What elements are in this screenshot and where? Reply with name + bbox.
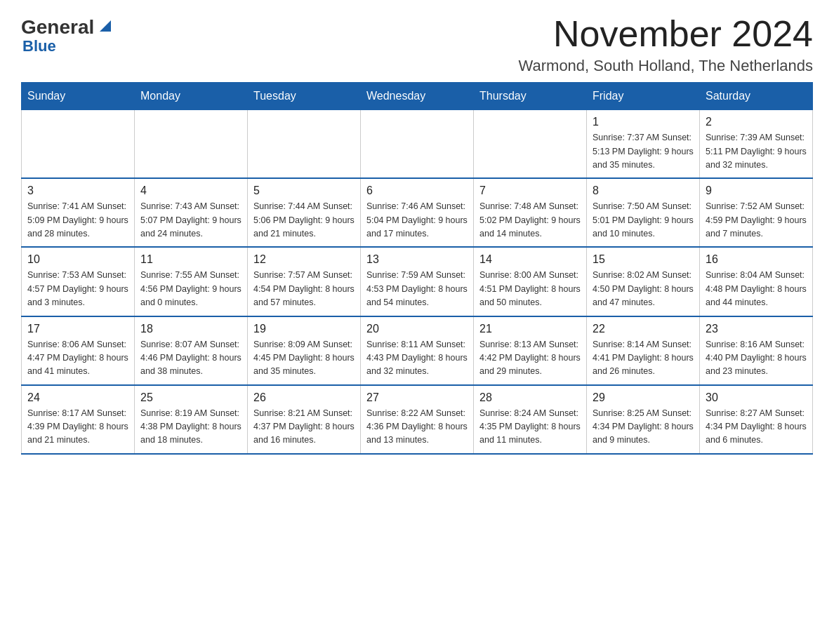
day-number: 1 <box>593 116 694 128</box>
day-number: 27 <box>366 391 468 404</box>
calendar-cell: 5Sunrise: 7:44 AM Sunset: 5:06 PM Daylig… <box>248 178 361 247</box>
calendar-cell: 28Sunrise: 8:24 AM Sunset: 4:35 PM Dayli… <box>474 385 587 454</box>
day-number: 21 <box>479 323 581 335</box>
day-info: Sunrise: 8:16 AM Sunset: 4:40 PM Dayligh… <box>706 338 807 379</box>
day-info: Sunrise: 8:27 AM Sunset: 4:34 PM Dayligh… <box>706 407 807 448</box>
day-number: 12 <box>253 253 355 266</box>
calendar-cell: 27Sunrise: 8:22 AM Sunset: 4:36 PM Dayli… <box>361 385 474 454</box>
day-number: 17 <box>27 323 128 335</box>
day-number: 22 <box>593 323 694 335</box>
calendar-cell: 1Sunrise: 7:37 AM Sunset: 5:13 PM Daylig… <box>587 110 700 179</box>
day-number: 4 <box>140 185 241 197</box>
day-number: 15 <box>593 253 694 266</box>
day-number: 25 <box>140 391 241 404</box>
calendar-cell: 13Sunrise: 7:59 AM Sunset: 4:53 PM Dayli… <box>361 247 474 316</box>
calendar-cell <box>22 110 135 179</box>
calendar-cell: 12Sunrise: 7:57 AM Sunset: 4:54 PM Dayli… <box>248 247 361 316</box>
day-info: Sunrise: 8:24 AM Sunset: 4:35 PM Dayligh… <box>479 407 581 448</box>
calendar-cell: 6Sunrise: 7:46 AM Sunset: 5:04 PM Daylig… <box>361 178 474 247</box>
day-number: 16 <box>706 253 807 266</box>
day-number: 2 <box>706 116 807 128</box>
day-number: 30 <box>706 391 807 404</box>
day-info: Sunrise: 8:22 AM Sunset: 4:36 PM Dayligh… <box>366 407 468 448</box>
day-info: Sunrise: 7:37 AM Sunset: 5:13 PM Dayligh… <box>593 131 694 172</box>
day-number: 18 <box>140 323 241 335</box>
day-info: Sunrise: 8:14 AM Sunset: 4:41 PM Dayligh… <box>593 338 694 379</box>
day-info: Sunrise: 7:46 AM Sunset: 5:04 PM Dayligh… <box>366 200 468 241</box>
day-number: 7 <box>479 185 581 197</box>
calendar-week-3: 10Sunrise: 7:53 AM Sunset: 4:57 PM Dayli… <box>22 247 813 316</box>
calendar-cell: 15Sunrise: 8:02 AM Sunset: 4:50 PM Dayli… <box>587 247 700 316</box>
day-info: Sunrise: 7:43 AM Sunset: 5:07 PM Dayligh… <box>140 200 241 241</box>
day-number: 3 <box>27 185 128 197</box>
month-title: November 2024 <box>519 14 813 54</box>
day-info: Sunrise: 8:13 AM Sunset: 4:42 PM Dayligh… <box>479 338 581 379</box>
day-info: Sunrise: 7:52 AM Sunset: 4:59 PM Dayligh… <box>706 200 807 241</box>
day-info: Sunrise: 7:55 AM Sunset: 4:56 PM Dayligh… <box>140 269 241 309</box>
calendar-cell: 21Sunrise: 8:13 AM Sunset: 4:42 PM Dayli… <box>474 316 587 385</box>
day-number: 28 <box>479 391 581 404</box>
calendar-header-sunday: Sunday <box>22 83 135 110</box>
calendar-cell: 23Sunrise: 8:16 AM Sunset: 4:40 PM Dayli… <box>700 316 813 385</box>
day-info: Sunrise: 7:50 AM Sunset: 5:01 PM Dayligh… <box>593 200 694 241</box>
logo-blue: Blue <box>21 37 56 55</box>
day-number: 5 <box>253 185 355 197</box>
day-info: Sunrise: 7:53 AM Sunset: 4:57 PM Dayligh… <box>27 269 128 309</box>
calendar-cell: 30Sunrise: 8:27 AM Sunset: 4:34 PM Dayli… <box>700 385 813 454</box>
day-info: Sunrise: 7:59 AM Sunset: 4:53 PM Dayligh… <box>366 269 468 309</box>
calendar-cell: 2Sunrise: 7:39 AM Sunset: 5:11 PM Daylig… <box>700 110 813 179</box>
logo: General Blue <box>21 14 115 55</box>
day-number: 10 <box>27 253 128 266</box>
calendar-header-thursday: Thursday <box>474 83 587 110</box>
calendar-cell: 29Sunrise: 8:25 AM Sunset: 4:34 PM Dayli… <box>587 385 700 454</box>
calendar-cell: 7Sunrise: 7:48 AM Sunset: 5:02 PM Daylig… <box>474 178 587 247</box>
calendar-cell: 25Sunrise: 8:19 AM Sunset: 4:38 PM Dayli… <box>135 385 248 454</box>
day-info: Sunrise: 7:57 AM Sunset: 4:54 PM Dayligh… <box>253 269 355 309</box>
day-info: Sunrise: 8:04 AM Sunset: 4:48 PM Dayligh… <box>706 269 807 309</box>
day-info: Sunrise: 8:07 AM Sunset: 4:46 PM Dayligh… <box>140 338 241 379</box>
calendar-header-monday: Monday <box>135 83 248 110</box>
day-info: Sunrise: 8:25 AM Sunset: 4:34 PM Dayligh… <box>593 407 694 448</box>
calendar-header-friday: Friday <box>587 83 700 110</box>
day-number: 14 <box>479 253 581 266</box>
day-number: 23 <box>706 323 807 335</box>
logo-general: General <box>21 18 94 37</box>
calendar-week-1: 1Sunrise: 7:37 AM Sunset: 5:13 PM Daylig… <box>22 110 813 179</box>
calendar-cell: 16Sunrise: 8:04 AM Sunset: 4:48 PM Dayli… <box>700 247 813 316</box>
day-number: 19 <box>253 323 355 335</box>
day-number: 11 <box>140 253 241 266</box>
calendar: SundayMondayTuesdayWednesdayThursdayFrid… <box>21 82 813 455</box>
calendar-cell: 20Sunrise: 8:11 AM Sunset: 4:43 PM Dayli… <box>361 316 474 385</box>
day-number: 8 <box>593 185 694 197</box>
calendar-cell: 18Sunrise: 8:07 AM Sunset: 4:46 PM Dayli… <box>135 316 248 385</box>
calendar-cell <box>474 110 587 179</box>
day-info: Sunrise: 7:39 AM Sunset: 5:11 PM Dayligh… <box>706 131 807 172</box>
day-info: Sunrise: 7:48 AM Sunset: 5:02 PM Dayligh… <box>479 200 581 241</box>
day-info: Sunrise: 8:06 AM Sunset: 4:47 PM Dayligh… <box>27 338 128 379</box>
calendar-cell: 9Sunrise: 7:52 AM Sunset: 4:59 PM Daylig… <box>700 178 813 247</box>
header: General Blue November 2024 Warmond, Sout… <box>21 14 813 75</box>
day-number: 24 <box>27 391 128 404</box>
calendar-cell: 10Sunrise: 7:53 AM Sunset: 4:57 PM Dayli… <box>22 247 135 316</box>
calendar-header-tuesday: Tuesday <box>248 83 361 110</box>
calendar-header-wednesday: Wednesday <box>361 83 474 110</box>
calendar-cell: 26Sunrise: 8:21 AM Sunset: 4:37 PM Dayli… <box>248 385 361 454</box>
day-info: Sunrise: 8:09 AM Sunset: 4:45 PM Dayligh… <box>253 338 355 379</box>
subtitle: Warmond, South Holland, The Netherlands <box>519 57 813 75</box>
calendar-header-saturday: Saturday <box>700 83 813 110</box>
day-number: 29 <box>593 391 694 404</box>
calendar-header-row: SundayMondayTuesdayWednesdayThursdayFrid… <box>22 83 813 110</box>
day-number: 26 <box>253 391 355 404</box>
calendar-week-4: 17Sunrise: 8:06 AM Sunset: 4:47 PM Dayli… <box>22 316 813 385</box>
day-info: Sunrise: 8:21 AM Sunset: 4:37 PM Dayligh… <box>253 407 355 448</box>
calendar-cell: 3Sunrise: 7:41 AM Sunset: 5:09 PM Daylig… <box>22 178 135 247</box>
day-number: 6 <box>366 185 468 197</box>
day-info: Sunrise: 8:19 AM Sunset: 4:38 PM Dayligh… <box>140 407 241 448</box>
title-area: November 2024 Warmond, South Holland, Th… <box>519 14 813 75</box>
calendar-cell <box>135 110 248 179</box>
day-info: Sunrise: 8:11 AM Sunset: 4:43 PM Dayligh… <box>366 338 468 379</box>
day-number: 9 <box>706 185 807 197</box>
calendar-cell: 11Sunrise: 7:55 AM Sunset: 4:56 PM Dayli… <box>135 247 248 316</box>
calendar-cell: 17Sunrise: 8:06 AM Sunset: 4:47 PM Dayli… <box>22 316 135 385</box>
logo-triangle-icon <box>95 16 115 36</box>
